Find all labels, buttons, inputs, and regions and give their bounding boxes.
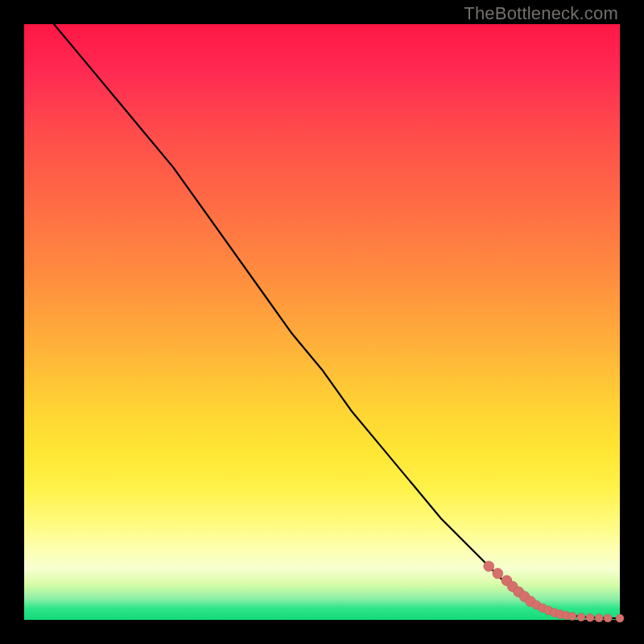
- chart-frame: TheBottleneck.com: [0, 0, 644, 644]
- data-point: [484, 561, 494, 572]
- data-point: [493, 568, 503, 579]
- chart-overlay: [24, 24, 620, 620]
- data-point: [577, 613, 585, 621]
- bottleneck-curve: [54, 24, 620, 618]
- highlighted-points: [484, 561, 624, 622]
- data-point: [604, 614, 612, 622]
- watermark-text: TheBottleneck.com: [464, 3, 618, 24]
- data-point: [595, 614, 603, 622]
- data-point: [586, 613, 594, 621]
- data-point: [568, 613, 576, 621]
- plot-area: [24, 24, 620, 620]
- data-point: [616, 614, 624, 622]
